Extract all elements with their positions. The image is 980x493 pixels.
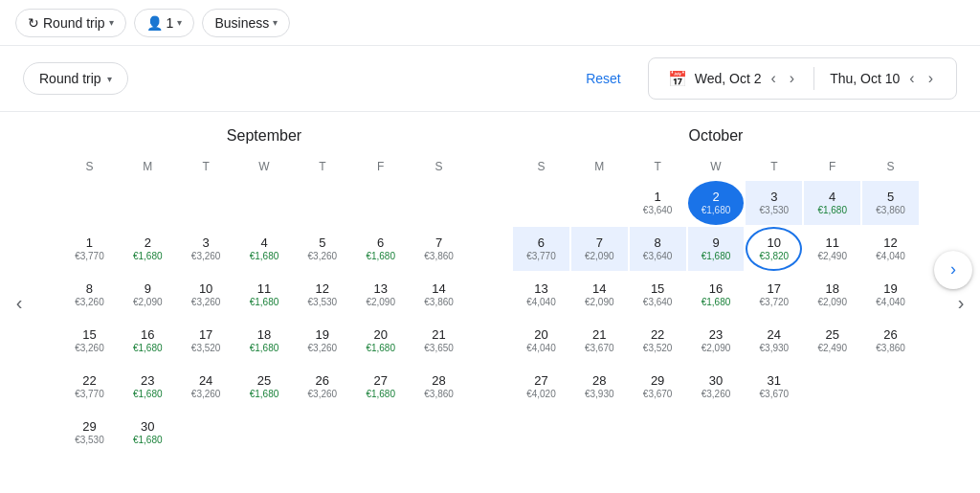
calendar-day[interactable]: 6€1,680 <box>352 227 409 271</box>
start-next-button[interactable]: › <box>786 66 798 91</box>
start-date-nav: Wed, Oct 2 ‹ › <box>695 66 798 91</box>
calendar-day[interactable]: 24€3,260 <box>178 365 234 409</box>
october-title: October <box>513 127 919 145</box>
calendar-day[interactable]: 1€3,640 <box>630 181 686 225</box>
calendar-day[interactable]: 31€3,670 <box>746 365 802 409</box>
calendar-day[interactable]: 20€4,040 <box>513 319 569 363</box>
calendar-day[interactable]: 28€3,860 <box>411 365 467 409</box>
cal-trip-type-button[interactable]: Round trip ▾ <box>23 62 128 95</box>
calendar-day[interactable]: 18€1,680 <box>236 319 293 363</box>
calendar-day[interactable]: 16€1,680 <box>688 273 745 317</box>
calendar-day[interactable]: 10€3,260 <box>178 273 234 317</box>
trip-type-button[interactable]: ↻ Round trip ▾ <box>15 9 126 37</box>
calendar-day[interactable]: 16€1,680 <box>120 319 176 363</box>
calendar-day[interactable]: 29€3,530 <box>61 411 118 455</box>
calendar-day[interactable]: 26€3,860 <box>862 319 919 363</box>
calendar-day[interactable]: 15€3,260 <box>61 319 118 363</box>
calendar-day[interactable]: 4€1,680 <box>804 181 860 225</box>
calendar-day[interactable]: 19€4,040 <box>862 273 919 317</box>
calendar-day[interactable]: 29€3,670 <box>630 365 686 409</box>
calendar-day[interactable]: 24€3,930 <box>746 319 802 363</box>
dow-s: S <box>61 156 118 181</box>
dow-m: M <box>120 156 176 181</box>
calendar-day[interactable]: 11€1,680 <box>236 273 293 317</box>
calendar-day <box>352 181 409 225</box>
calendar-day <box>571 181 628 225</box>
calendar-day <box>61 181 118 225</box>
calendar-day[interactable]: 21€3,650 <box>411 319 467 363</box>
calendar-day[interactable]: 7€3,860 <box>411 227 467 271</box>
calendar-day[interactable]: 3€3,260 <box>178 227 234 271</box>
prev-month-button[interactable]: ‹ <box>0 112 38 493</box>
dow-t: T <box>630 156 686 181</box>
calendar-day[interactable]: 21€3,670 <box>571 319 628 363</box>
reset-button[interactable]: Reset <box>586 71 621 86</box>
start-prev-button[interactable]: ‹ <box>768 66 780 91</box>
dow-w: W <box>688 156 745 181</box>
calendar-day[interactable]: 2€1,680 <box>688 181 745 225</box>
calendar-day <box>804 365 860 409</box>
calendar-day[interactable]: 12€4,040 <box>862 227 919 271</box>
calendar-day[interactable]: 12€3,530 <box>294 273 350 317</box>
calendar-day[interactable]: 25€1,680 <box>236 365 293 409</box>
trip-type-icon: ↻ <box>28 15 39 31</box>
top-nav: ↻ Round trip ▾ 👤 1 ▾ Business ▾ <box>0 0 980 46</box>
calendar-day[interactable]: 17€3,720 <box>746 273 802 317</box>
calendar-day[interactable]: 27€4,020 <box>513 365 569 409</box>
dow-s: S <box>513 156 569 181</box>
calendar-day[interactable]: 7€2,090 <box>571 227 628 271</box>
calendar-day[interactable]: 8€3,640 <box>630 227 686 271</box>
october-calendar: October S M T W T F S 1€3,6402€1,6803€3,… <box>490 112 942 493</box>
calendar-day[interactable]: 23€1,680 <box>120 365 176 409</box>
calendar-day[interactable]: 5€3,860 <box>862 181 919 225</box>
calendar-day[interactable]: 4€1,680 <box>236 227 293 271</box>
scroll-right-button[interactable]: › <box>934 251 972 289</box>
calendar-day[interactable]: 3€3,530 <box>746 181 802 225</box>
calendar-day[interactable]: 2€1,680 <box>120 227 176 271</box>
calendar-day[interactable]: 11€2,490 <box>804 227 860 271</box>
october-days: 1€3,6402€1,6803€3,5304€1,6805€3,8606€3,7… <box>513 181 919 409</box>
calendar-day[interactable]: 9€2,090 <box>120 273 176 317</box>
september-days: 1€3,7702€1,6803€3,2604€1,6805€3,2606€1,6… <box>61 181 467 455</box>
end-next-button[interactable]: › <box>924 66 937 91</box>
chevron-down-icon: ▾ <box>177 17 182 28</box>
end-date-nav: Thu, Oct 10 ‹ › <box>830 66 937 91</box>
calendar-day[interactable]: 26€3,260 <box>294 365 350 409</box>
calendar-day[interactable]: 6€3,770 <box>513 227 569 271</box>
calendar-day[interactable]: 30€3,260 <box>688 365 745 409</box>
calendar-day[interactable]: 27€1,680 <box>352 365 409 409</box>
calendar-day <box>352 411 409 455</box>
calendar-day[interactable]: 15€3,640 <box>630 273 686 317</box>
end-prev-button[interactable]: ‹ <box>905 66 918 91</box>
passengers-button[interactable]: 👤 1 ▾ <box>134 9 195 37</box>
calendar-day[interactable]: 13€4,040 <box>513 273 569 317</box>
dow-f: F <box>804 156 860 181</box>
calendar-day[interactable]: 22€3,520 <box>630 319 686 363</box>
chevron-down-icon: ▾ <box>109 17 114 28</box>
calendar-day[interactable]: 14€3,860 <box>411 273 467 317</box>
cabin-class-label: Business <box>214 15 269 31</box>
calendar-day[interactable]: 20€1,680 <box>352 319 409 363</box>
calendar-day[interactable]: 22€3,770 <box>61 365 118 409</box>
calendar-day[interactable]: 23€2,090 <box>688 319 745 363</box>
calendar-day[interactable]: 19€3,260 <box>294 319 350 363</box>
calendar-day[interactable]: 1€3,770 <box>61 227 118 271</box>
calendar-day[interactable]: 10€3,820 <box>746 227 802 271</box>
calendar-icon: 📅 <box>668 70 687 88</box>
calendar-day[interactable]: 9€1,680 <box>688 227 745 271</box>
september-calendar: September S M T W T F S 1€3,7702€1,6803€… <box>38 112 490 493</box>
calendar-day[interactable]: 5€3,260 <box>294 227 350 271</box>
cabin-class-button[interactable]: Business ▾ <box>202 9 290 37</box>
calendar-day[interactable]: 14€2,090 <box>571 273 628 317</box>
calendar-day[interactable]: 30€1,680 <box>120 411 176 455</box>
person-icon: 👤 <box>146 15 163 31</box>
date-nav-bar: 📅 Wed, Oct 2 ‹ › Thu, Oct 10 ‹ › <box>648 57 957 100</box>
calendar-day[interactable]: 28€3,930 <box>571 365 628 409</box>
calendar-day[interactable]: 25€2,490 <box>804 319 860 363</box>
calendar-day <box>411 181 467 225</box>
calendar-day[interactable]: 18€2,090 <box>804 273 860 317</box>
calendar-day[interactable]: 8€3,260 <box>61 273 118 317</box>
calendar-day[interactable]: 17€3,520 <box>178 319 234 363</box>
calendar-day[interactable]: 13€2,090 <box>352 273 409 317</box>
next-month-button[interactable]: › <box>942 112 980 493</box>
